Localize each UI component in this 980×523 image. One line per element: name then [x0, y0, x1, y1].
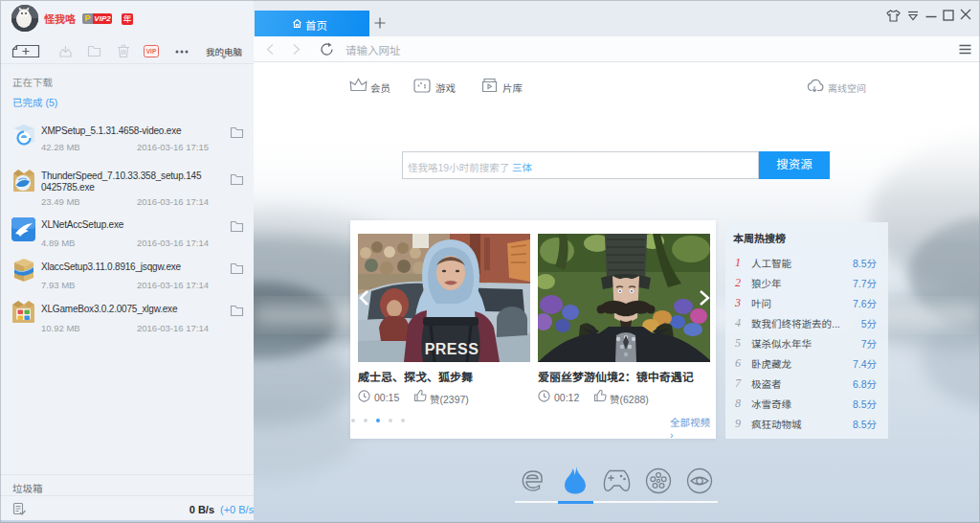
svg-text:PRESS: PRESS — [425, 341, 479, 357]
